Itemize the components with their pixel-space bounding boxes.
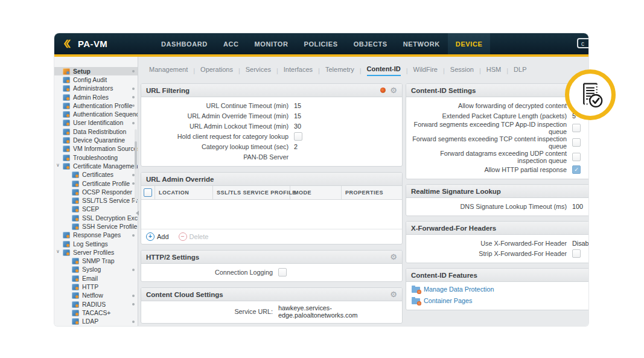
- sidebar-scrollbar-thumb[interactable]: [135, 141, 137, 169]
- forward-segments-exceeding-tcp-content-inspection-queue-checkbox[interactable]: [572, 138, 581, 147]
- column-header-location[interactable]: LOCATION: [155, 186, 213, 199]
- nav-monitor[interactable]: MONITOR: [247, 33, 296, 54]
- add-button[interactable]: +Add: [146, 232, 169, 241]
- panel-content-id-features: Content-ID FeaturesManage Data Protectio…: [406, 268, 588, 310]
- panel-body: DNS Signature Lookup Timeout (ms)100: [406, 198, 588, 216]
- panel-title: URL Admin Override: [146, 176, 214, 183]
- panel-title: Content-ID Features: [411, 272, 477, 279]
- link-container-pages[interactable]: Container Pages: [412, 297, 588, 304]
- tab-wildfire[interactable]: WildFire: [413, 66, 438, 75]
- app-title: PA-VM: [78, 39, 107, 49]
- sidebar-item-vm-information-sources[interactable]: VM Information Sources: [54, 145, 138, 153]
- sidebar-collapse-handle[interactable]: [136, 211, 139, 216]
- sidebar-item-netflow[interactable]: Netflow: [54, 292, 138, 300]
- field-label: URL Admin Override Timeout (min): [146, 112, 289, 120]
- sidebar-item-ssl-tls-service-profile[interactable]: SSL/TLS Service Profile: [54, 196, 138, 205]
- column-header-ssl-tls-service-profile[interactable]: SSL/TLS SERVICE PROFILE: [213, 186, 290, 199]
- sidebar-item-ocsp-responder[interactable]: OCSP Responder: [54, 188, 138, 196]
- sidebar-item-device-quarantine[interactable]: Device Quarantine: [54, 136, 138, 144]
- setup-icon: [63, 68, 70, 75]
- app-window: PA-VM DASHBOARDACCMONITORPOLICIESOBJECTS…: [54, 33, 588, 326]
- tacacs-icon: [72, 310, 79, 316]
- select-all-checkbox[interactable]: [144, 188, 152, 197]
- tab-telemetry[interactable]: Telemetry: [325, 66, 354, 75]
- left-panel-column: URL Filtering⚙URL Continue Timeout (min)…: [141, 83, 403, 324]
- sidebar-item-ssh-service-profile[interactable]: SSH Service Profile: [54, 222, 138, 231]
- tab-dlp[interactable]: DLP: [514, 66, 526, 75]
- sidebar-item-certificate-profile[interactable]: Certificate Profile: [54, 179, 138, 188]
- tab-interfaces[interactable]: Interfaces: [284, 66, 313, 75]
- form-row: Extended Packet Capture Length (packets)…: [411, 110, 588, 121]
- nav-network[interactable]: NETWORK: [395, 33, 448, 54]
- gear-icon[interactable]: ⚙: [390, 290, 397, 298]
- sidebar-item-log-settings[interactable]: Log Settings: [54, 240, 138, 248]
- nav-objects[interactable]: OBJECTS: [346, 33, 395, 54]
- sidebar-item-response-pages[interactable]: Response Pages: [54, 231, 138, 240]
- sidebar-item-label: SSL Decryption Exclusion: [82, 215, 138, 222]
- column-header-mode[interactable]: MODE: [290, 186, 342, 199]
- sidebar-item-server-profiles[interactable]: ∨Server Profiles: [54, 248, 138, 257]
- gear-icon[interactable]: ⚙: [390, 86, 397, 94]
- chevron-down-icon[interactable]: ∨: [56, 249, 60, 254]
- sidebar-item-syslog[interactable]: Syslog: [54, 266, 138, 274]
- link-label: Manage Data Protection: [424, 286, 494, 293]
- sidebar-item-email[interactable]: Email: [54, 274, 138, 283]
- sidebar-item-config-audit[interactable]: Config Audit: [54, 75, 138, 84]
- sidebar-item-certificate-management[interactable]: ∨Certificate Management: [54, 162, 138, 170]
- sidebar-item-certificates[interactable]: Certificates: [54, 171, 138, 179]
- sidebar-item-ssl-decryption-exclusion[interactable]: SSL Decryption Exclusion: [54, 214, 138, 222]
- panel-title: Realtime Signature Lookup: [411, 188, 501, 195]
- panel-realtime-signature-lookup: Realtime Signature LookupDNS Signature L…: [406, 184, 588, 216]
- panel-content-cloud-settings: Content Cloud Settings⚙Service URL:hawke…: [141, 287, 403, 324]
- sidebar-item-ldap[interactable]: LDAP: [54, 318, 138, 326]
- sidebar-item-authentication-profile[interactable]: Authentication Profile: [54, 101, 138, 110]
- nav-device[interactable]: DEVICE: [448, 33, 491, 54]
- allow-http-partial-response-checkbox[interactable]: ✓: [572, 165, 581, 174]
- content-area: SetupConfig AuditAdministratorsAdmin Rol…: [54, 57, 588, 326]
- sidebar-item-tacacs[interactable]: TACACS+: [54, 308, 138, 317]
- tab-hsm[interactable]: HSM: [486, 66, 501, 75]
- tab-operations[interactable]: Operations: [200, 66, 233, 75]
- tab-services[interactable]: Services: [246, 66, 271, 75]
- tab-session[interactable]: Session: [450, 66, 474, 75]
- nav-acc[interactable]: ACC: [215, 33, 247, 54]
- column-header-properties[interactable]: PROPERTIES: [342, 186, 402, 199]
- tab-content-id[interactable]: Content-ID: [367, 65, 401, 76]
- tab-management[interactable]: Management: [149, 66, 188, 75]
- nav-dashboard[interactable]: DASHBOARD: [153, 33, 215, 54]
- delete-button[interactable]: −Delete: [179, 232, 209, 241]
- sidebar-item-radius[interactable]: RADIUS: [54, 300, 138, 308]
- sidebar-item-setup[interactable]: Setup: [54, 67, 138, 75]
- authentication-sequence-icon: [63, 111, 70, 118]
- sidebar-item-snmp-trap[interactable]: SNMP Trap: [54, 257, 138, 266]
- sidebar-item-admin-roles[interactable]: Admin Roles: [54, 93, 138, 101]
- right-panel-column: Content-ID SettingsAllow forwarding of d…: [406, 83, 588, 310]
- connection-logging-checkbox[interactable]: [278, 268, 287, 276]
- sidebar-item-user-identification[interactable]: User Identification: [54, 119, 138, 127]
- sidebar-item-scep[interactable]: SCEP: [54, 205, 138, 214]
- sidebar-item-data-redistribution[interactable]: Data Redistribution: [54, 127, 138, 136]
- sidebar-item-label: Certificates: [82, 171, 113, 178]
- tab-separator: |: [479, 67, 481, 74]
- panel-body: Connection Logging: [141, 264, 402, 281]
- hold-client-request-for-category-lookup-checkbox[interactable]: [294, 132, 302, 141]
- nav-policies[interactable]: POLICIES: [296, 33, 346, 54]
- forward-segments-exceeding-tcp-app-id-inspection-queue-checkbox[interactable]: [572, 124, 581, 132]
- sidebar-item-authentication-sequence[interactable]: Authentication Sequence: [54, 110, 138, 118]
- sidebar-scrollbar[interactable]: [135, 129, 137, 202]
- sidebar-item-troubleshooting[interactable]: Troubleshooting: [54, 153, 138, 162]
- gear-icon[interactable]: ⚙: [390, 253, 397, 261]
- panel-title: HTTP/2 Settings: [146, 254, 199, 261]
- sidebar-item-administrators[interactable]: Administrators: [54, 85, 138, 93]
- chevron-down-icon[interactable]: ∨: [56, 162, 60, 168]
- link-manage-data-protection[interactable]: Manage Data Protection: [412, 286, 588, 293]
- overflow-button[interactable]: c: [577, 38, 588, 48]
- strip-x-forwarded-for-header-checkbox[interactable]: [572, 249, 581, 258]
- field-label: Forward datagrams exceeding UDP content …: [411, 150, 567, 164]
- sidebar-item-label: Authentication Profile: [73, 103, 132, 109]
- sidebar-item-label: Admin Roles: [73, 94, 109, 101]
- sidebar-item-http[interactable]: HTTP: [54, 283, 138, 291]
- forward-datagrams-exceeding-udp-content-inspection-queue-checkbox[interactable]: [572, 153, 581, 161]
- form-row: Hold client request for category lookup: [146, 131, 397, 141]
- reference-dot: [132, 234, 135, 237]
